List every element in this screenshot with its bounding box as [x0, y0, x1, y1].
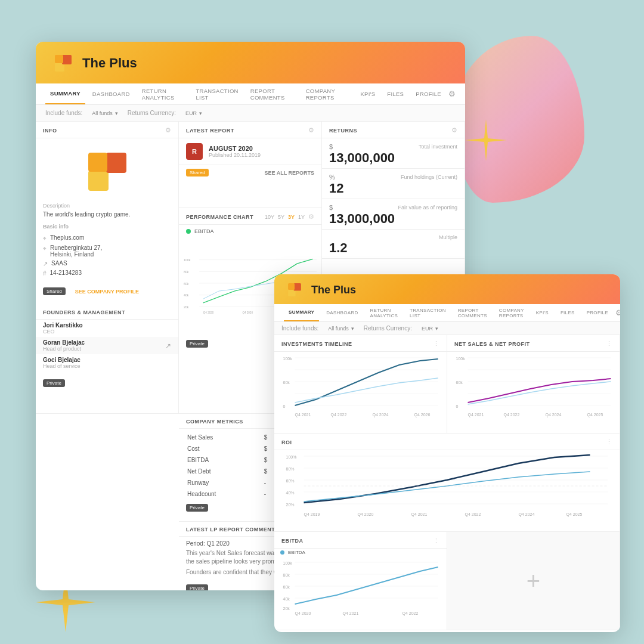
nav-return-analytics[interactable]: RETURN ANALYTICS — [137, 83, 189, 104]
founders-private-badge: Private — [43, 379, 65, 387]
ebitda-menu-icon[interactable]: ⋮ — [433, 537, 439, 544]
svg-text:80k: 80k — [184, 270, 189, 274]
tab-10y[interactable]: 10Y — [265, 214, 274, 220]
return-label-4: Multiple — [439, 234, 457, 240]
founder-role-1: CEO — [43, 329, 171, 335]
location-icon: ⌖ — [43, 245, 47, 252]
svg-text:40k: 40k — [184, 293, 189, 297]
investments-menu-icon[interactable]: ⋮ — [433, 340, 439, 348]
front-nav-company-reports[interactable]: COMPANY REPORTS — [494, 304, 529, 321]
front-include-funds-label: Include funds: — [281, 325, 318, 332]
see-company-profile-link[interactable]: SEE COMPANY PROFILE — [75, 289, 139, 295]
front-card-header: The Plus — [274, 274, 620, 304]
net-sales-header: NET SALES & NET PROFIT ⋮ — [447, 335, 620, 352]
front-nav-transaction[interactable]: TRANSACTION LIST — [405, 304, 451, 321]
see-all-reports-link[interactable]: SEE ALL REPORTS — [264, 170, 314, 176]
info-gear-icon[interactable]: ⚙ — [165, 126, 171, 134]
returns-gear-icon[interactable]: ⚙ — [451, 126, 457, 134]
roi-header: ROI ⋮ — [274, 434, 620, 450]
svg-text:0: 0 — [456, 404, 459, 408]
tab-3y[interactable]: 3Y — [288, 214, 295, 220]
front-filter-bar: Include funds: All funds ▾ Returns Curre… — [274, 322, 620, 335]
tab-1y[interactable]: 1Y — [298, 214, 305, 220]
svg-text:Q4 2020: Q4 2020 — [203, 311, 214, 314]
front-nav-comments[interactable]: REPORT COMMENTS — [453, 304, 492, 321]
net-sales-menu-icon[interactable]: ⋮ — [606, 340, 612, 348]
net-sales-title: NET SALES & NET PROFIT — [454, 341, 530, 347]
company-logo-large-icon — [83, 148, 131, 196]
return-value-4: 1.2 — [329, 240, 457, 256]
return-item-4: Multiple 1.2 — [322, 230, 465, 259]
nav-company-reports[interactable]: COMPANY REPORTS — [301, 83, 354, 104]
nav-dashboard[interactable]: DASHBOARD — [88, 83, 135, 104]
metric-currency-netsales: $ — [264, 432, 273, 442]
info-shared-badge: Shared — [43, 287, 66, 295]
latest-report-panel: LATEST REPORT ⚙ R AUGUST 2020 Published … — [179, 122, 322, 208]
front-nav-profile[interactable]: PROFILE — [582, 304, 613, 321]
report-icon: R — [186, 143, 203, 160]
front-returns-currency-select[interactable]: EUR ▾ — [422, 326, 438, 332]
svg-text:80k: 80k — [283, 573, 290, 577]
svg-text:60%: 60% — [286, 479, 295, 483]
category-icon: ↗ — [43, 261, 48, 267]
nav-summary[interactable]: SUMMARY — [45, 83, 85, 104]
report-gear-icon[interactable]: ⚙ — [308, 126, 314, 134]
report-date: Published 20.11.2019 — [209, 152, 261, 158]
ebitda-header: EBITDA ⋮ — [274, 532, 447, 549]
return-currency-1: $ — [329, 143, 333, 150]
ebitda-panel: EBITDA ⋮ EBITDA 100k 80k 60k 40k 20k Q4 … — [274, 532, 447, 630]
svg-rect-3 — [88, 171, 109, 191]
svg-text:100k: 100k — [456, 357, 466, 361]
investments-chart-svg: Q4 2021 Q4 2022 Q4 2024 Q4 2026 100k 60k… — [274, 352, 447, 423]
info-address2: Helsinki, Finland — [50, 251, 102, 258]
plus-icon-panel: + — [447, 532, 620, 630]
nav-gear-icon[interactable]: ⚙ — [448, 89, 456, 98]
tab-5y[interactable]: 5Y — [278, 214, 284, 220]
svg-text:20k: 20k — [184, 305, 189, 309]
chart-legend: EBITDA — [179, 225, 321, 236]
info-panel-header: INFO ⚙ — [36, 122, 178, 138]
info-address-row: ⌖ Runeberginkatu 27, Helsinki, Finland — [36, 243, 178, 259]
external-link-icon[interactable]: ↗ — [165, 342, 171, 350]
metric-label-netdebt: Net Debt — [187, 466, 263, 476]
front-nav-gear-icon[interactable]: ⚙ — [615, 308, 620, 317]
metrics-title: COMPANY METRICS — [186, 419, 243, 425]
front-nav-kpis[interactable]: KPI'S — [531, 304, 553, 321]
front-include-funds-select[interactable]: All funds ▾ — [328, 326, 354, 332]
svg-text:Q4 2024: Q4 2024 — [546, 413, 562, 417]
ebitda-legend-dot — [186, 229, 191, 234]
founder-role-2: Head of product — [43, 346, 85, 352]
nav-report-comments[interactable]: REPORT COMMENTS — [246, 83, 299, 104]
roi-menu-icon[interactable]: ⋮ — [606, 438, 612, 446]
returns-currency-label: Returns Currency: — [128, 110, 176, 116]
nav-transaction-list[interactable]: TRANSACTION LIST — [191, 83, 243, 104]
svg-text:20%: 20% — [286, 503, 295, 507]
info-website-row: ⌖ Theplus.com — [36, 233, 178, 243]
front-nav-dashboard[interactable]: DASHBOARD — [321, 304, 363, 321]
returns-currency-select[interactable]: EUR ▾ — [185, 110, 202, 116]
nav-kpis[interactable]: KPI'S — [355, 83, 380, 104]
include-funds-select[interactable]: All funds ▾ — [92, 110, 118, 116]
front-nav-summary[interactable]: SUMMARY — [284, 304, 319, 321]
plus-sign-icon: + — [527, 568, 540, 595]
return-label-3: Fair value as of reporting — [398, 205, 457, 210]
returns-header: RETURNS ⚙ — [322, 122, 465, 138]
front-nav-files[interactable]: FILES — [556, 304, 580, 321]
nav-profile[interactable]: PROFILE — [411, 83, 446, 104]
return-label-2: Fund holdings (Current) — [401, 174, 457, 180]
investments-timeline-panel: INVESTMENTS TIMELINE ⋮ Q4 2021 Q4 2022 Q… — [274, 335, 447, 434]
perf-chart-gear-icon[interactable]: ⚙ — [308, 213, 314, 221]
svg-text:0: 0 — [283, 404, 286, 408]
investments-timeline-header: INVESTMENTS TIMELINE ⋮ — [274, 335, 447, 352]
nav-files[interactable]: FILES — [382, 83, 408, 104]
info-company-id: 14-2134283 — [50, 270, 82, 276]
lp-report-title: LATEST LP REPORT COMMENT — [186, 527, 275, 532]
star-small-icon — [465, 119, 507, 161]
roi-panel: ROI ⋮ 100% 80% 60% 40% 20% Q4 2 — [274, 434, 620, 532]
roi-title: ROI — [281, 439, 292, 445]
founders-title: FOUNDERS & MANAGEMENT — [43, 309, 125, 315]
front-nav-return-analytics[interactable]: RETURN ANALYTICS — [366, 304, 403, 321]
back-card-title: The Plus — [82, 55, 137, 71]
svg-rect-1 — [62, 55, 72, 64]
svg-text:Q4 2024: Q4 2024 — [373, 413, 389, 417]
